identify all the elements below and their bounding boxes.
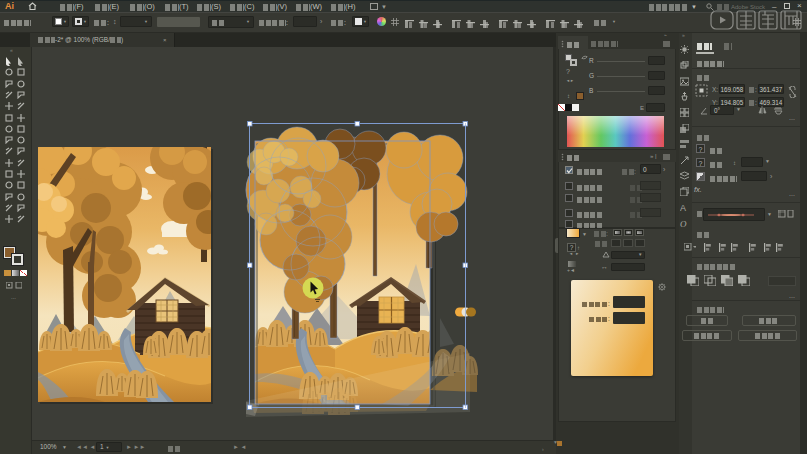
svg-text:A: A — [680, 203, 686, 212]
svg-text:O: O — [680, 219, 687, 228]
